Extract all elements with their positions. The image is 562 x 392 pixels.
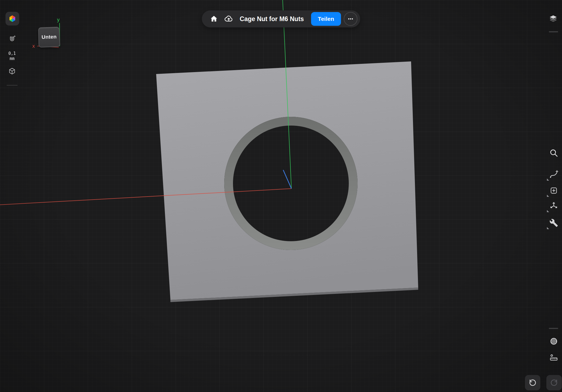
submenu-marker-icon xyxy=(547,210,549,212)
redo-icon xyxy=(550,378,558,387)
layers-button[interactable] xyxy=(547,12,560,25)
view-cube[interactable]: Unten xyxy=(38,27,60,48)
document-title: Cage Nut for M6 Nuts xyxy=(240,15,304,23)
more-button[interactable] xyxy=(344,12,357,26)
measure-icon xyxy=(549,353,558,362)
snap-unit: mm xyxy=(2,56,23,61)
viewport-canvas[interactable] xyxy=(0,0,562,392)
add-icon xyxy=(550,186,558,195)
app-logo-button[interactable] xyxy=(5,12,19,25)
material-icon xyxy=(549,337,558,346)
undo-icon xyxy=(528,378,537,387)
submenu-marker-icon xyxy=(547,178,549,181)
view-cube-face-label: Unten xyxy=(41,34,57,40)
axis-z-line xyxy=(283,170,291,189)
redo-button[interactable] xyxy=(546,375,562,390)
layers-icon xyxy=(549,14,558,23)
axis-x-line xyxy=(0,189,291,205)
cloud-upload-icon xyxy=(224,14,234,24)
tools-icon xyxy=(549,218,558,227)
appearance-button[interactable] xyxy=(547,335,560,348)
axis-y-label: y xyxy=(57,17,60,23)
tools-button[interactable] xyxy=(547,216,560,229)
spline-icon xyxy=(549,170,558,179)
search-tool-button[interactable] xyxy=(547,146,560,160)
sync-button[interactable] xyxy=(223,13,235,25)
top-toolbar: Cage Nut for M6 Nuts Teilen xyxy=(202,10,360,27)
app-window: Cage Nut for M6 Nuts Teilen xyxy=(0,0,562,392)
ellipsis-icon xyxy=(347,15,354,22)
axis-x-label: x xyxy=(32,43,35,49)
sketch-tool-button[interactable] xyxy=(547,168,560,181)
snap-value: 0,1 xyxy=(2,51,23,56)
home-button[interactable] xyxy=(208,13,220,25)
undo-button[interactable] xyxy=(525,375,540,390)
app-logo-icon xyxy=(8,14,17,23)
hole-wall xyxy=(224,117,358,250)
snap-increment-control[interactable]: 0,1 mm xyxy=(2,51,23,61)
move-icon xyxy=(549,201,558,211)
transform-tool-button[interactable] xyxy=(547,199,560,212)
search-icon xyxy=(549,148,558,158)
add-tool-button[interactable] xyxy=(547,184,560,197)
share-button[interactable]: Teilen xyxy=(311,12,341,26)
submenu-marker-icon xyxy=(547,227,549,229)
submenu-marker-icon xyxy=(547,195,549,197)
measure-button[interactable] xyxy=(547,351,560,364)
home-icon xyxy=(210,15,218,23)
